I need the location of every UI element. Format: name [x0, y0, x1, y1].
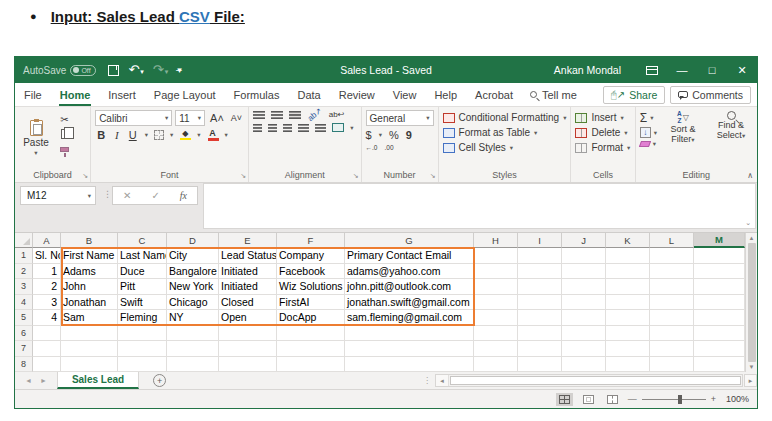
prev-sheet-icon[interactable]: ◄: [25, 377, 32, 384]
clear-button[interactable]: ▾: [640, 140, 657, 148]
column-header-I[interactable]: I: [518, 233, 562, 248]
decrease-indent-icon[interactable]: [298, 124, 309, 132]
cell-K1[interactable]: [606, 248, 650, 264]
cell-M3[interactable]: [694, 279, 745, 295]
sheet-tab-sales-lead[interactable]: Sales Lead: [57, 372, 139, 389]
collapse-ribbon-icon[interactable]: ∧: [747, 171, 753, 180]
page-layout-view-button[interactable]: [580, 393, 597, 406]
cell-F7[interactable]: [277, 341, 345, 357]
insert-cells-button[interactable]: Insert▾: [575, 110, 630, 125]
tab-acrobat[interactable]: Acrobat: [466, 83, 522, 106]
number-dialog-launcher-icon[interactable]: ↘: [430, 172, 436, 180]
row-header-5[interactable]: 5: [15, 310, 33, 326]
orientation-icon[interactable]: ab↗: [306, 106, 324, 123]
cell-H4[interactable]: [474, 295, 518, 311]
tab-formulas[interactable]: Formulas: [225, 83, 289, 106]
merge-center-icon[interactable]: [332, 123, 344, 132]
row-header-4[interactable]: 4: [15, 295, 33, 311]
next-sheet-icon[interactable]: ►: [40, 377, 47, 384]
increase-decimal-button[interactable]: ←.0: [366, 144, 378, 151]
scroll-right-icon[interactable]: ►: [744, 374, 757, 387]
cell-L6[interactable]: [650, 326, 694, 342]
cell-K7[interactable]: [606, 341, 650, 357]
cell-G4[interactable]: jonathan.swift@gmail.com: [345, 295, 474, 311]
column-header-M[interactable]: M: [694, 233, 745, 248]
vertical-scroll-thumb[interactable]: [748, 243, 756, 362]
font-dialog-launcher-icon[interactable]: ↘: [240, 172, 246, 180]
cell-J1[interactable]: [562, 248, 606, 264]
align-bottom-icon[interactable]: [289, 111, 301, 119]
cell-A5[interactable]: 4: [33, 310, 61, 326]
currency-format-button[interactable]: $: [366, 129, 372, 141]
cell-D4[interactable]: Chicago: [167, 295, 219, 311]
cell-A2[interactable]: 1: [33, 264, 61, 280]
cell-F3[interactable]: Wiz Solutions: [277, 279, 345, 295]
format-painter-button[interactable]: [57, 142, 72, 156]
tab-view[interactable]: View: [384, 83, 426, 106]
column-header-F[interactable]: F: [277, 233, 345, 248]
cell-G6[interactable]: [345, 326, 474, 342]
cell-I1[interactable]: [518, 248, 562, 264]
cell-C2[interactable]: Duce: [118, 264, 167, 280]
cell-B5[interactable]: Sam: [61, 310, 118, 326]
cell-B8[interactable]: [61, 357, 118, 373]
share-button[interactable]: 🖰↗Share: [603, 86, 665, 104]
column-header-E[interactable]: E: [219, 233, 277, 248]
cell-M6[interactable]: [694, 326, 745, 342]
column-header-B[interactable]: B: [61, 233, 118, 248]
comments-button[interactable]: Comments: [670, 86, 751, 104]
grow-font-button[interactable]: A˄: [208, 112, 226, 124]
cell-G7[interactable]: [345, 341, 474, 357]
zoom-slider[interactable]: [642, 399, 706, 400]
row-header-3[interactable]: 3: [15, 279, 33, 295]
cell-J5[interactable]: [562, 310, 606, 326]
cell-I6[interactable]: [518, 326, 562, 342]
cell-C4[interactable]: Swift: [118, 295, 167, 311]
cell-M5[interactable]: [694, 310, 745, 326]
cell-M1[interactable]: [694, 248, 745, 264]
cell-D1[interactable]: City: [167, 248, 219, 264]
number-format-combo[interactable]: General▾: [366, 110, 434, 126]
font-color-button[interactable]: A: [207, 129, 219, 141]
cell-G2[interactable]: adams@yahoo.com: [345, 264, 474, 280]
alignment-dialog-launcher-icon[interactable]: ↘: [353, 172, 359, 180]
cell-G8[interactable]: [345, 357, 474, 373]
align-top-icon[interactable]: [253, 111, 265, 119]
find-select-button[interactable]: Find &Select▾: [709, 110, 753, 167]
zoom-percentage[interactable]: 100%: [723, 394, 749, 404]
cell-C8[interactable]: [118, 357, 167, 373]
column-header-L[interactable]: L: [650, 233, 694, 248]
column-header-C[interactable]: C: [118, 233, 167, 248]
cell-K3[interactable]: [606, 279, 650, 295]
autosum-button[interactable]: Σ▾: [640, 111, 657, 125]
normal-view-button[interactable]: [556, 393, 573, 406]
new-sheet-button[interactable]: +: [153, 372, 166, 389]
comma-format-button[interactable]: 9: [406, 129, 412, 141]
cell-C6[interactable]: [118, 326, 167, 342]
increase-indent-icon[interactable]: [315, 124, 326, 132]
cell-E8[interactable]: [219, 357, 277, 373]
formula-bar-splitter[interactable]: ⋮: [103, 189, 112, 199]
cell-A4[interactable]: 3: [33, 295, 61, 311]
cell-B2[interactable]: Adams: [61, 264, 118, 280]
format-as-table-button[interactable]: Format as Table▾: [443, 125, 567, 140]
cell-F4[interactable]: FirstAI: [277, 295, 345, 311]
cell-M4[interactable]: [694, 295, 745, 311]
cell-M8[interactable]: [694, 357, 745, 373]
cell-C1[interactable]: Last Name: [118, 248, 167, 264]
borders-icon[interactable]: [154, 130, 164, 140]
cell-E4[interactable]: Closed: [219, 295, 277, 311]
select-all-corner[interactable]: [15, 233, 33, 248]
tabbar-splitter[interactable]: ⋮: [423, 376, 431, 385]
cell-F1[interactable]: Company: [277, 248, 345, 264]
cell-D2[interactable]: Bangalore: [167, 264, 219, 280]
cell-L7[interactable]: [650, 341, 694, 357]
conditional-formatting-button[interactable]: Conditional Formatting▾: [443, 110, 567, 125]
cell-H6[interactable]: [474, 326, 518, 342]
cell-D6[interactable]: [167, 326, 219, 342]
column-header-J[interactable]: J: [562, 233, 606, 248]
decrease-decimal-button[interactable]: .00: [384, 144, 393, 151]
fill-color-button[interactable]: ◆: [179, 130, 191, 141]
cell-K8[interactable]: [606, 357, 650, 373]
cell-L4[interactable]: [650, 295, 694, 311]
